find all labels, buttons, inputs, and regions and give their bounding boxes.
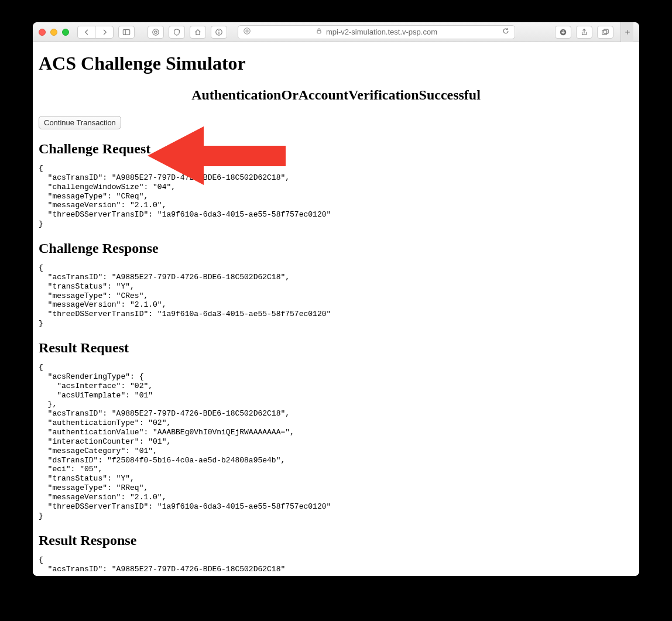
svg-rect-12	[602, 30, 607, 34]
browser-window: mpi-v2-simulation.test.v-psp.com ACS Cha…	[33, 22, 639, 576]
page-content: ACS Challenge Simulator AuthenticationOr…	[33, 42, 639, 576]
window-close-button[interactable]	[39, 29, 46, 36]
new-tab-button[interactable]	[620, 22, 633, 42]
show-tabs-button[interactable]	[597, 26, 613, 39]
challenge-response-heading: Challenge Response	[39, 241, 633, 256]
nav-back-forward-group	[77, 26, 114, 39]
address-bar[interactable]: mpi-v2-simulation.test.v-psp.com	[238, 25, 515, 39]
forward-button[interactable]	[95, 26, 113, 38]
toolbar-right-group	[555, 26, 613, 39]
lock-icon	[316, 28, 323, 36]
privacy-report-button[interactable]	[148, 26, 164, 39]
window-minimize-button[interactable]	[50, 29, 57, 36]
home-button[interactable]	[190, 26, 206, 39]
shield-button[interactable]	[169, 26, 185, 39]
svg-point-5	[218, 30, 220, 31]
window-toolbar: mpi-v2-simulation.test.v-psp.com	[33, 22, 639, 42]
svg-point-3	[155, 30, 157, 33]
sidebar-toggle-button[interactable]	[118, 26, 135, 39]
share-button[interactable]	[576, 26, 592, 39]
reload-button[interactable]	[502, 27, 510, 37]
status-heading: AuthenticationOrAccountVerificationSucce…	[39, 87, 633, 103]
challenge-request-body: { "acsTransID": "A9885E27-797D-4726-BDE6…	[39, 164, 633, 229]
traffic-lights	[39, 29, 69, 36]
downloads-button[interactable]	[555, 26, 571, 39]
result-response-body: { "acsTransID": "A9885E27-797D-4726-BDE6…	[39, 555, 633, 574]
result-request-body: { "acsRenderingType": { "acsInterface": …	[39, 363, 633, 521]
svg-rect-0	[123, 29, 129, 35]
info-button[interactable]	[211, 26, 227, 39]
svg-rect-6	[218, 32, 219, 34]
continue-transaction-button[interactable]: Continue Transaction	[39, 116, 121, 129]
window-zoom-button[interactable]	[62, 29, 69, 36]
svg-point-2	[153, 29, 159, 35]
url-text: mpi-v2-simulation.test.v-psp.com	[326, 28, 437, 36]
svg-rect-10	[317, 30, 321, 33]
challenge-request-heading: Challenge Request	[39, 141, 633, 157]
result-response-heading: Result Response	[39, 533, 633, 548]
back-button[interactable]	[78, 26, 95, 38]
page-title: ACS Challenge Simulator	[39, 53, 633, 74]
challenge-response-body: { "acsTransID": "A9885E27-797D-4726-BDE6…	[39, 263, 633, 328]
svg-rect-13	[604, 29, 608, 33]
result-request-heading: Result Request	[39, 340, 633, 356]
site-settings-icon	[243, 27, 251, 37]
